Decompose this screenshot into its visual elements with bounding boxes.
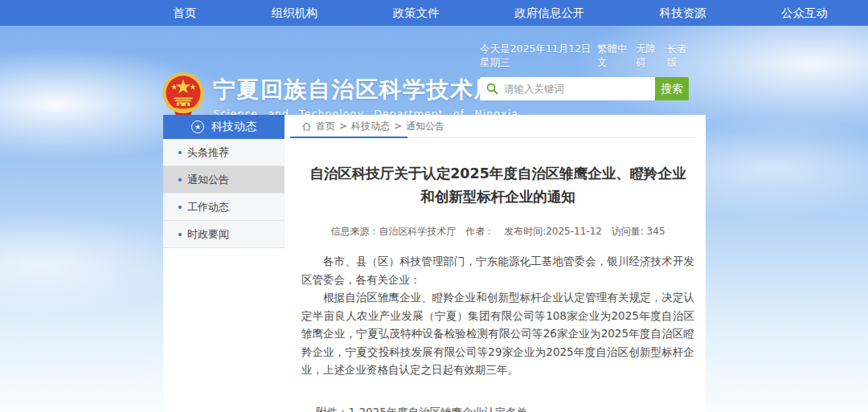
search-icon (486, 83, 498, 95)
senior-version-link[interactable]: 长者版 (667, 43, 690, 70)
sidebar-item-politics-news[interactable]: 时政要闻 (163, 221, 285, 248)
breadcrumb-notices[interactable]: 通知公告 (406, 120, 444, 133)
attachments-label: 附件： (316, 404, 349, 412)
accessibility-link[interactable]: 无障碍 (636, 43, 659, 70)
top-nav: 首页 组织机构 政策文件 政府信息公开 科技资源 公众互动 (0, 0, 868, 26)
current-date: 今天是2025年11月12日 星期三 (480, 43, 597, 70)
bullet-dot-icon (178, 233, 182, 236)
article-body: 各市、县（区）科技管理部门，宁东能源化工基地管委会，银川经济技术开发区管委会，各… (301, 252, 694, 379)
article-title: 自治区科技厅关于认定2025年度自治区雏鹰企业、瞪羚企业 和创新型标杆企业的通知 (301, 162, 694, 209)
bullet-dot-icon (178, 178, 182, 182)
meta-publish-date: 发布时间:2025-11-12 (504, 226, 602, 237)
attachments-section: 附件： 1.2025年度自治区雏鹰企业认定名单 2.2025年度自治区瞪羚企业认… (301, 404, 694, 412)
nav-item-policy[interactable]: 政策文件 (393, 6, 440, 21)
star-circle-icon: ★ (191, 120, 204, 133)
article-meta: 信息来源：自治区科学技术厅 作者： 发布时间:2025-11-12 访问量: 3… (301, 225, 694, 239)
attachment-link-1[interactable]: 1.2025年度自治区雏鹰企业认定名单 (349, 404, 560, 412)
search-box (480, 77, 655, 100)
breadcrumb: 首页 > 科技动态 > 通知公告 (301, 115, 694, 138)
sidebar-item-label: 头条推荐 (187, 145, 229, 160)
site-header: 宁夏回族自治区科学技术厅 Science and Technology Depa… (0, 26, 868, 115)
page: 首页 组织机构 政策文件 政府信息公开 科技资源 公众互动 (0, 0, 868, 412)
site-title-block: 宁夏回族自治区科学技术厅 Science and Technology Depa… (213, 71, 518, 120)
header-utility-row: 今天是2025年11月12日 星期三 繁體中文 无障碍 长者版 (480, 43, 690, 70)
nav-item-gov-info[interactable]: 政府信息公开 (514, 6, 584, 21)
content-area: 首页 > 科技动态 > 通知公告 自治区科技厅关于认定2025年度自治区雏鹰企业… (290, 115, 706, 412)
breadcrumb-separator: > (339, 120, 347, 132)
site-title: 宁夏回族自治区科学技术厅 (213, 78, 518, 103)
article-paragraph: 各市、县（区）科技管理部门，宁东能源化工基地管委会，银川经济技术开发区管委会，各… (301, 252, 694, 288)
breadcrumb-active-underline (290, 137, 407, 138)
breadcrumb-separator: > (394, 120, 402, 132)
bullet-dot-icon (178, 151, 182, 154)
main-panel: ★ 科技动态 头条推荐 通知公告 工作动态 时政要闻 (163, 115, 706, 412)
sidebar: ★ 科技动态 头条推荐 通知公告 工作动态 时政要闻 (163, 115, 285, 248)
bullet-dot-icon (178, 206, 182, 209)
sidebar-item-notices[interactable]: 通知公告 (163, 166, 285, 194)
nav-item-resources[interactable]: 科技资源 (660, 6, 706, 21)
top-nav-items: 首页 组织机构 政策文件 政府信息公开 科技资源 公众互动 (173, 0, 828, 26)
nav-item-organization[interactable]: 组织机构 (271, 6, 317, 21)
sidebar-title: 科技动态 (211, 120, 256, 134)
sidebar-item-label: 通知公告 (187, 173, 229, 187)
search-input[interactable] (504, 83, 655, 95)
article-title-line1: 自治区科技厅关于认定2025年度自治区雏鹰企业、瞪羚企业 (301, 162, 694, 186)
sidebar-item-headlines[interactable]: 头条推荐 (163, 139, 285, 166)
utility-links: 繁體中文 无障碍 长者版 (597, 43, 690, 70)
meta-source: 信息来源：自治区科学技术厅 (330, 226, 456, 237)
meta-visit-count: 访问量: 345 (612, 226, 665, 237)
nav-item-interaction[interactable]: 公众互动 (781, 6, 828, 21)
meta-author: 作者： (465, 226, 494, 237)
nav-item-home[interactable]: 首页 (173, 6, 196, 21)
attachments-list: 1.2025年度自治区雏鹰企业认定名单 2.2025年度自治区瞪羚企业认定名单 … (349, 404, 560, 412)
home-icon (301, 121, 312, 132)
sidebar-header: ★ 科技动态 (163, 115, 285, 139)
header-right: 今天是2025年11月12日 星期三 繁體中文 无障碍 长者版 搜索 (480, 43, 690, 100)
search-button[interactable]: 搜索 (655, 77, 689, 100)
breadcrumb-tech-news[interactable]: 科技动态 (351, 120, 390, 133)
sidebar-menu: 头条推荐 通知公告 工作动态 时政要闻 (163, 139, 285, 248)
article-title-line2: 和创新型标杆企业的通知 (301, 186, 694, 209)
sidebar-item-work-news[interactable]: 工作动态 (163, 194, 285, 221)
search-bar: 搜索 (480, 77, 690, 100)
breadcrumb-home[interactable]: 首页 (316, 120, 335, 133)
article-paragraph: 根据自治区雏鹰企业、瞪羚企业和创新型标杆企业认定管理有关规定，决定认定半亩良人农… (301, 288, 694, 379)
sidebar-item-label: 工作动态 (187, 200, 229, 214)
sidebar-item-label: 时政要闻 (187, 227, 229, 242)
traditional-chinese-link[interactable]: 繁體中文 (597, 43, 628, 70)
